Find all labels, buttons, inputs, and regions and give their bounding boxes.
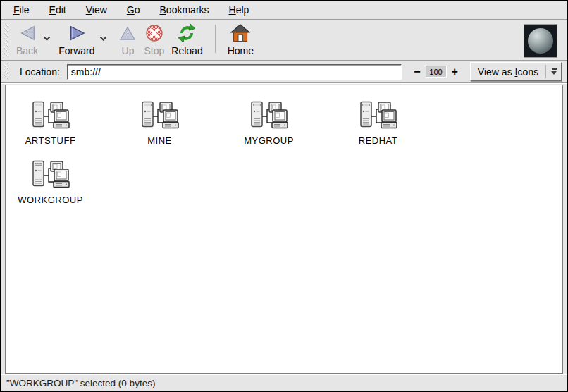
stop-icon	[145, 23, 163, 43]
network-item-mine[interactable]: MINE	[123, 101, 233, 146]
toolbar-separator	[215, 25, 216, 53]
network-item-workgroup[interactable]: WORKGROUP	[14, 160, 123, 205]
reload-icon	[177, 23, 197, 43]
forward-icon	[67, 23, 87, 43]
home-icon	[230, 23, 250, 43]
up-icon	[118, 23, 137, 43]
globe-icon	[528, 28, 553, 54]
network-workgroup-icon	[249, 101, 289, 132]
status-text: "WORKGROUP" selected (0 bytes)	[6, 378, 155, 388]
stop-button[interactable]: Stop	[144, 23, 164, 56]
location-label: Location:	[20, 66, 60, 78]
network-item-artstuff[interactable]: ARTSTUFF	[14, 101, 123, 146]
zoom-in-button[interactable]: +	[447, 66, 463, 78]
zoom-out-button[interactable]: −	[409, 66, 425, 78]
icon-grid: ARTSTUFF MINE MYGROUP REDHAT WORKGROUP	[14, 101, 465, 219]
zoom-level-indicator[interactable]: 100	[426, 66, 447, 78]
network-workgroup-icon	[31, 160, 70, 191]
toolbar: Back Forward Up Stop	[1, 20, 567, 61]
location-bar: Location: − 100 + View as Icons	[1, 61, 567, 83]
view-as-label: View as Icons	[478, 66, 538, 78]
network-workgroup-icon	[359, 101, 398, 132]
menu-view[interactable]: View	[76, 1, 117, 18]
up-button[interactable]: Up	[118, 23, 137, 56]
back-history-dropdown[interactable]	[43, 32, 51, 44]
menu-help[interactable]: Help	[219, 1, 259, 18]
file-manager-window: File Edit View Go Bookmarks Help Back Fo…	[0, 0, 568, 392]
forward-history-dropdown[interactable]	[99, 32, 107, 44]
reload-button[interactable]: Reload	[171, 23, 202, 56]
menu-file[interactable]: File	[4, 1, 39, 18]
file-view[interactable]: ARTSTUFF MINE MYGROUP REDHAT WORKGROUP	[5, 85, 563, 374]
menu-bookmarks[interactable]: Bookmarks	[150, 1, 219, 18]
forward-button[interactable]: Forward	[58, 23, 94, 56]
menubar: File Edit View Go Bookmarks Help	[1, 1, 567, 20]
location-input[interactable]	[67, 64, 402, 80]
view-as-dropdown[interactable]: View as Icons	[470, 62, 562, 81]
network-item-mygroup[interactable]: MYGROUP	[233, 101, 342, 146]
location-bar-grip-handle[interactable]	[4, 63, 8, 80]
dropdown-indicator-icon	[545, 65, 557, 78]
menu-go[interactable]: Go	[117, 1, 150, 18]
home-button[interactable]: Home	[228, 23, 254, 56]
back-button[interactable]: Back	[16, 23, 38, 56]
back-icon	[18, 23, 37, 43]
network-workgroup-icon	[31, 101, 70, 132]
toolbar-grip-handle[interactable]	[4, 24, 8, 58]
status-bar: "WORKGROUP" selected (0 bytes)	[1, 374, 567, 391]
network-workgroup-icon	[140, 101, 180, 132]
network-item-redhat[interactable]: REDHAT	[342, 101, 451, 146]
throbber	[524, 24, 557, 58]
menu-edit[interactable]: Edit	[39, 1, 76, 18]
